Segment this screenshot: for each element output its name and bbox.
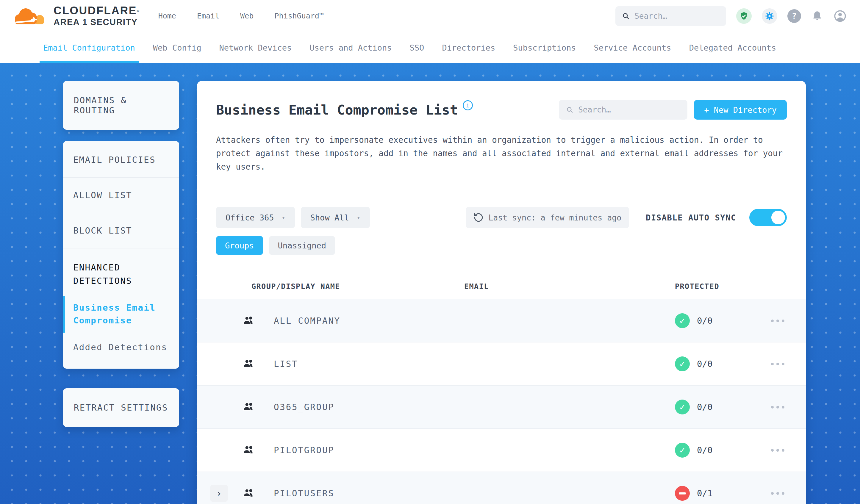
auto-sync-toggle[interactable] bbox=[749, 209, 787, 226]
new-directory-button[interactable]: + New Directory bbox=[694, 100, 787, 120]
protected-cell: ✓ 0/0 bbox=[675, 400, 749, 415]
caret-down-icon: ▾ bbox=[282, 214, 285, 221]
nav-home[interactable]: Home bbox=[158, 12, 176, 20]
row-menu-button[interactable] bbox=[766, 488, 789, 499]
show-filter-dropdown[interactable]: Show All ▾ bbox=[301, 207, 370, 228]
info-icon[interactable]: i bbox=[463, 100, 473, 110]
brand-subtitle: AREA 1 SECURITY bbox=[54, 17, 139, 27]
gear-icon bbox=[765, 11, 774, 21]
protected-status-icon: ✓ bbox=[675, 443, 690, 458]
row-menu-button[interactable] bbox=[766, 359, 789, 369]
sidebar-item-retract-settings[interactable]: RETRACT SETTINGS bbox=[63, 388, 179, 427]
sidebar-item-enhanced-detections[interactable]: ENHANCED DETECTIONS bbox=[63, 248, 179, 296]
group-name: ALL COMPANY bbox=[266, 316, 464, 326]
registered-mark: ® bbox=[137, 9, 139, 13]
sidebar-item-block-list[interactable]: BLOCK LIST bbox=[63, 213, 179, 248]
row-menu-button[interactable] bbox=[766, 445, 789, 456]
row-menu-button[interactable] bbox=[766, 316, 789, 326]
protected-count: 0/0 bbox=[697, 445, 713, 455]
protected-status-icon: ✓ bbox=[675, 400, 690, 415]
tab-subscriptions[interactable]: Subscriptions bbox=[513, 32, 576, 63]
table-row[interactable]: PILOTGROUP ✓ 0/0 bbox=[197, 429, 806, 472]
table-row[interactable]: › PILOTUSERS ✓ 0/1 bbox=[197, 472, 806, 504]
nav-phishguard[interactable]: PhishGuard™ bbox=[274, 12, 324, 20]
table-row[interactable]: ALL COMPANY ✓ 0/0 bbox=[197, 299, 806, 342]
panel-header: Business Email Compromise List i + New D… bbox=[216, 100, 787, 120]
question-icon: ? bbox=[792, 11, 797, 20]
notifications-button[interactable] bbox=[811, 10, 823, 22]
protected-count: 0/0 bbox=[697, 359, 713, 369]
group-name: LIST bbox=[266, 359, 464, 369]
column-header-protected: PROTECTED bbox=[675, 282, 749, 291]
protected-status-icon: ✓ bbox=[675, 313, 690, 328]
table-body: ALL COMPANY ✓ 0/0 LIST ✓ 0/0 bbox=[197, 299, 806, 504]
group-icon bbox=[242, 357, 255, 371]
tab-web-config[interactable]: Web Config bbox=[153, 32, 201, 63]
auto-sync-label: DISABLE AUTO SYNC bbox=[646, 213, 736, 222]
settings-button[interactable] bbox=[762, 8, 777, 24]
table-row[interactable]: LIST ✓ 0/0 bbox=[197, 342, 806, 385]
nav-email[interactable]: Email bbox=[197, 12, 219, 20]
cloudflare-cloud-icon bbox=[13, 4, 48, 28]
column-header-group: GROUP/DISPLAY NAME bbox=[197, 282, 464, 291]
unassigned-pill[interactable]: Unassigned bbox=[269, 236, 335, 255]
list-search-input[interactable] bbox=[578, 105, 680, 114]
sidebar-item-domains-routing[interactable]: DOMAINS & ROUTING bbox=[63, 81, 179, 130]
tab-email-configuration[interactable]: Email Configuration bbox=[43, 32, 135, 63]
ellipsis-icon bbox=[770, 491, 786, 496]
tab-sso[interactable]: SSO bbox=[410, 32, 424, 63]
protected-cell: ✓ 0/0 bbox=[675, 443, 749, 458]
table-header-row: GROUP/DISPLAY NAME EMAIL PROTECTED bbox=[197, 273, 806, 299]
page-title: Business Email Compromise List bbox=[216, 102, 458, 118]
security-status-badge[interactable] bbox=[736, 8, 752, 24]
sidebar-item-business-email-compromise[interactable]: Business Email Compromise bbox=[63, 296, 179, 333]
row-menu-button[interactable] bbox=[766, 402, 789, 412]
sidebar-email-policies-card: EMAIL POLICIES ALLOW LIST BLOCK LIST ENH… bbox=[63, 141, 179, 369]
group-icon bbox=[242, 400, 255, 414]
group-name: O365_GROUP bbox=[266, 402, 464, 412]
directory-filter-dropdown[interactable]: Office 365 ▾ bbox=[216, 207, 295, 228]
protected-count: 0/0 bbox=[697, 402, 713, 412]
protected-cell: ✓ 0/0 bbox=[675, 357, 749, 371]
ellipsis-icon bbox=[770, 362, 786, 366]
tab-service-accounts[interactable]: Service Accounts bbox=[594, 32, 671, 63]
ellipsis-icon bbox=[770, 319, 786, 323]
group-name: PILOTGROUP bbox=[266, 445, 464, 455]
sidebar-item-allow-list[interactable]: ALLOW LIST bbox=[63, 177, 179, 213]
nav-web[interactable]: Web bbox=[240, 12, 254, 20]
column-header-email: EMAIL bbox=[464, 282, 675, 291]
protected-status-icon: ✓ bbox=[675, 357, 690, 371]
account-button[interactable] bbox=[833, 9, 847, 23]
table-row[interactable]: O365_GROUP ✓ 0/0 bbox=[197, 385, 806, 429]
global-search-input[interactable] bbox=[634, 12, 719, 20]
global-search[interactable] bbox=[615, 6, 726, 26]
protected-count: 0/0 bbox=[697, 316, 713, 326]
expand-row-button[interactable]: › bbox=[210, 485, 228, 502]
groups-pill[interactable]: Groups bbox=[216, 236, 263, 255]
chevron-right-icon: › bbox=[216, 488, 222, 499]
top-bar: CLOUDFLARE® AREA 1 SECURITY Home Email W… bbox=[0, 0, 860, 32]
page-description: Attackers often try to impersonate execu… bbox=[216, 133, 787, 173]
protected-cell: ✓ 0/0 bbox=[675, 313, 749, 328]
group-icon bbox=[242, 314, 255, 328]
last-sync-button[interactable]: Last sync: a few minutes ago bbox=[466, 207, 629, 228]
last-sync-text: Last sync: a few minutes ago bbox=[488, 213, 621, 222]
user-avatar-icon bbox=[833, 9, 847, 23]
group-name: PILOTUSERS bbox=[266, 488, 464, 498]
help-button[interactable]: ? bbox=[787, 9, 801, 23]
sidebar-item-added-detections[interactable]: Added Detections bbox=[63, 333, 179, 369]
search-icon bbox=[566, 106, 573, 114]
tab-network-devices[interactable]: Network Devices bbox=[219, 32, 292, 63]
tab-delegated-accounts[interactable]: Delegated Accounts bbox=[689, 32, 776, 63]
tab-directories[interactable]: Directories bbox=[442, 32, 495, 63]
ellipsis-icon bbox=[770, 405, 786, 409]
shield-check-icon bbox=[739, 11, 749, 21]
sidebar-item-email-policies[interactable]: EMAIL POLICIES bbox=[63, 142, 179, 177]
view-pills: Groups Unassigned bbox=[216, 236, 787, 255]
list-search[interactable] bbox=[559, 100, 687, 120]
content-area: DOMAINS & ROUTING EMAIL POLICIES ALLOW L… bbox=[0, 63, 860, 504]
main-panel: Business Email Compromise List i + New D… bbox=[197, 81, 806, 504]
cloudflare-logo: CLOUDFLARE® AREA 1 SECURITY bbox=[13, 4, 139, 28]
tab-users-and-actions[interactable]: Users and Actions bbox=[310, 32, 392, 63]
sidebar: DOMAINS & ROUTING EMAIL POLICIES ALLOW L… bbox=[63, 81, 179, 427]
